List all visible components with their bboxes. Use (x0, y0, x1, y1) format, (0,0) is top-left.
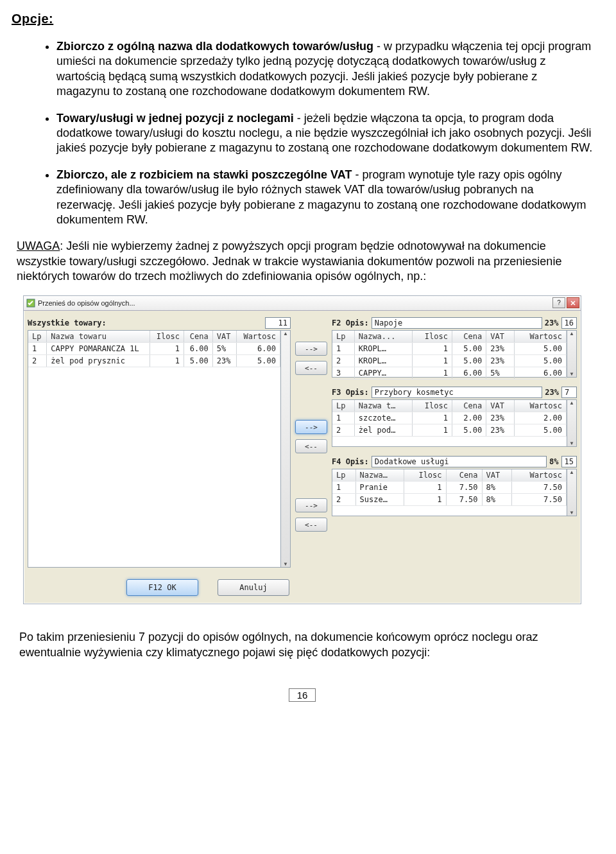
move-right-button[interactable]: --> (295, 498, 327, 512)
move-left-button[interactable]: <-- (295, 439, 327, 453)
column-header[interactable]: Nazwa towaru (47, 331, 150, 343)
scrollbar[interactable]: ▲▼ (567, 469, 577, 516)
cell: KROPL… (354, 343, 412, 355)
cell: 1 (412, 424, 452, 437)
section-heading: Opcje: (12, 12, 593, 26)
cell: 5.00 (452, 343, 486, 355)
cell: KROPL… (354, 355, 412, 367)
close-button[interactable] (567, 297, 579, 308)
cell: 1 (412, 367, 452, 379)
cell: żel pod prysznic (47, 355, 150, 367)
cell: 6.00 (236, 343, 280, 355)
column-header[interactable]: Lp (28, 331, 47, 343)
column-header[interactable]: Lp (332, 469, 355, 482)
bullet-item: Towary/usługi w jednej pozycji z noclega… (56, 111, 593, 156)
cell: 1 (332, 412, 354, 424)
group-vat: 23% (545, 388, 559, 397)
cell: 7.50 (446, 494, 482, 506)
cell: Pranie (355, 482, 404, 494)
left-count-field[interactable]: 11 (265, 317, 291, 329)
move-right-button[interactable]: --> (295, 420, 327, 434)
cancel-button[interactable]: Anuluj (218, 579, 289, 596)
cell: 5.00 (236, 355, 280, 367)
column-header[interactable]: Ilosc (412, 331, 452, 343)
column-header[interactable]: VAT (486, 331, 515, 343)
column-header[interactable]: Cena (184, 331, 212, 343)
cell: 6.00 (452, 367, 486, 379)
help-button[interactable]: ? (552, 297, 565, 308)
cell: 1 (412, 343, 452, 355)
column-header[interactable]: Wartosc (515, 400, 567, 412)
cell: 2 (332, 424, 354, 437)
bullet-lead: Zbiorczo, ale z rozbiciem na stawki posz… (56, 168, 352, 181)
group-name-field[interactable]: Dodatkowe usługi (372, 456, 547, 467)
cell: 2.00 (515, 412, 567, 424)
group-name-field[interactable]: Przybory kosmetyc (372, 387, 543, 398)
column-header[interactable]: Cena (452, 331, 486, 343)
table-row[interactable]: 1CAPPY POMARANCZA 1L16.005%6.00 (28, 343, 280, 355)
table-row[interactable]: 2żel pod prysznic15.0023%5.00 (28, 355, 280, 367)
cell: 5.00 (515, 355, 567, 367)
cell: 23% (212, 355, 236, 367)
warning-text: : Jeśli nie wybierzemy żadnej z powyższy… (17, 240, 561, 283)
column-header[interactable]: VAT (212, 331, 236, 343)
group-count-field[interactable]: 7 (561, 387, 577, 398)
column-header[interactable]: Wartosc (236, 331, 280, 343)
move-right-button[interactable]: --> (295, 342, 327, 356)
window-title: Przenieś do opisów ogólnych... (38, 299, 135, 307)
group-count-field[interactable]: 15 (561, 456, 577, 467)
column-header[interactable]: Wartosc (515, 331, 567, 343)
group-panel: F3 Opis:Przybory kosmetyc23%7LpNazwa t…I… (332, 387, 577, 447)
move-left-button[interactable]: <-- (295, 518, 327, 532)
cell: 1 (332, 343, 354, 355)
group-table[interactable]: LpNazwa...IloscCenaVATWartosc1KROPL…15.0… (332, 330, 567, 378)
cell: 5.00 (515, 343, 567, 355)
bullet-item: Zbiorczo, ale z rozbiciem na stawki posz… (56, 168, 593, 228)
group-table[interactable]: LpNazwa t…IloscCenaVATWartosc1szczote…12… (332, 399, 567, 447)
column-header[interactable]: Nazwa... (354, 331, 412, 343)
cell: CAPPY POMARANCZA 1L (47, 343, 150, 355)
column-header[interactable]: Nazwa… (355, 469, 404, 482)
cell: 23% (486, 424, 515, 437)
table-row[interactable]: 3CAPPY…16.005%6.00 (332, 367, 567, 379)
cell: 7.50 (446, 482, 482, 494)
cell: 5.00 (452, 355, 486, 367)
scrollbar[interactable]: ▲▼ (567, 399, 577, 447)
table-row[interactable]: 2żel pod…15.0023%5.00 (332, 424, 567, 437)
group-name-field[interactable]: Napoje (372, 317, 542, 329)
column-header[interactable]: Ilosc (412, 400, 452, 412)
cell: 23% (486, 343, 515, 355)
scrollbar[interactable]: ▲▼ (281, 330, 291, 568)
column-header[interactable]: Cena (446, 469, 482, 482)
group-label: F3 Opis: (332, 388, 369, 397)
group-count-field[interactable]: 16 (561, 317, 577, 329)
column-header[interactable]: Nazwa t… (354, 400, 412, 412)
column-header[interactable]: VAT (482, 469, 511, 482)
scrollbar[interactable]: ▲▼ (567, 330, 577, 378)
group-table[interactable]: LpNazwa…IloscCenaVATWartosc1Pranie17.508… (332, 469, 567, 516)
column-header[interactable]: Ilosc (404, 469, 446, 482)
cell: 23% (486, 355, 515, 367)
cell: 1 (150, 343, 184, 355)
group-vat: 23% (545, 318, 559, 327)
column-header[interactable]: Ilosc (150, 331, 184, 343)
column-header[interactable]: Cena (452, 400, 486, 412)
cell: 1 (412, 412, 452, 424)
group-panel: F4 Opis:Dodatkowe usługi8%15LpNazwa…Ilos… (332, 456, 577, 516)
cell: 1 (332, 482, 355, 494)
column-header[interactable]: VAT (486, 400, 515, 412)
column-header[interactable]: Wartosc (511, 469, 566, 482)
table-row[interactable]: 1Pranie17.508%7.50 (332, 482, 567, 494)
table-row[interactable]: 1szczote…12.0023%2.00 (332, 412, 567, 424)
cell: 5.00 (515, 424, 567, 437)
table-row[interactable]: 2Susze…17.508%7.50 (332, 494, 567, 506)
table-row[interactable]: 1KROPL…15.0023%5.00 (332, 343, 567, 355)
left-table[interactable]: LpNazwa towaruIloscCenaVATWartosc1CAPPY … (28, 330, 281, 568)
ok-button[interactable]: F12 OK (126, 579, 198, 596)
table-row[interactable]: 2KROPL…15.0023%5.00 (332, 355, 567, 367)
column-header[interactable]: Lp (332, 400, 354, 412)
column-header[interactable]: Lp (332, 331, 354, 343)
cell: 1 (28, 343, 47, 355)
cell: 5.00 (184, 355, 212, 367)
move-left-button[interactable]: <-- (295, 361, 327, 375)
